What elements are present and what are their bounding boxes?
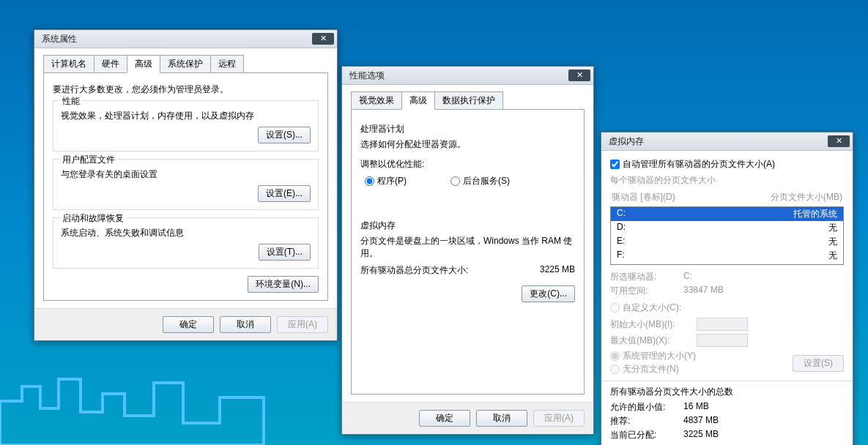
selected-drive-value: C: xyxy=(683,271,692,283)
min-allowed-value: 16 MB xyxy=(683,401,709,414)
user-profiles-desc: 与您登录有关的桌面设置 xyxy=(61,168,311,181)
perfopts-tabs: 视觉效果 高级 数据执行保护 xyxy=(351,91,585,109)
drive-value: 无 xyxy=(828,222,837,234)
tab-visual-effects[interactable]: 视觉效果 xyxy=(351,91,402,110)
drive-letter: E: xyxy=(617,236,625,248)
vm-total-label: 所有驱动器总分页文件大小: xyxy=(360,264,468,277)
startup-settings-button[interactable]: 设置(T)... xyxy=(259,244,311,261)
avail-space-value: 33847 MB xyxy=(683,285,724,297)
tab-system-protection[interactable]: 系统保护 xyxy=(160,55,211,73)
set-button[interactable]: 设置(S) xyxy=(793,355,844,372)
performance-legend: 性能 xyxy=(59,95,83,108)
sysprops-apply-button[interactable]: 应用(A) xyxy=(277,316,328,333)
perfopts-apply-button[interactable]: 应用(A) xyxy=(533,410,585,427)
vmem-titlebar[interactable]: 虚拟内存 ✕ xyxy=(601,132,853,151)
tab-perf-advanced[interactable]: 高级 xyxy=(401,91,435,110)
sysprops-titlebar[interactable]: 系统属性 ✕ xyxy=(34,30,337,48)
sysprops-tabpane: 要进行大多数更改，您必须作为管理员登录。 性能 视觉效果，处理器计划，内存使用，… xyxy=(43,72,328,301)
drive-col-size: 分页文件大小(MB) xyxy=(771,191,842,203)
drive-row[interactable]: E: 无 xyxy=(611,235,843,249)
performance-group: 性能 视觉效果，处理器计划，内存使用，以及虚拟内存 设置(S)... xyxy=(53,100,319,152)
radio-background-label: 后台服务(S) xyxy=(463,175,510,187)
recommended-value: 4837 MB xyxy=(683,415,719,427)
sysprops-title: 系统属性 xyxy=(42,33,77,45)
radio-system-managed-label: 系统管理的大小(Y) xyxy=(623,350,696,362)
perfopts-ok-button[interactable]: 确定 xyxy=(419,410,470,427)
sysprops-button-bar: 确定 取消 应用(A) xyxy=(34,308,337,340)
drive-letter: D: xyxy=(617,222,626,234)
per-drive-label: 每个驱动器的分页文件大小 xyxy=(610,174,844,187)
min-allowed-label: 允许的最小值: xyxy=(610,401,683,414)
current-alloc-value: 3225 MB xyxy=(683,429,719,441)
tab-hardware[interactable]: 硬件 xyxy=(94,55,127,73)
perfopts-tabpane: 处理器计划 选择如何分配处理器资源。 调整以优化性能: 程序(P) 后台服务(S… xyxy=(351,109,585,394)
performance-options-dialog: 性能选项 ✕ 视觉效果 高级 数据执行保护 处理器计划 选择如何分配处理器资源。… xyxy=(341,66,594,435)
radio-background[interactable]: 后台服务(S) xyxy=(450,175,510,187)
system-properties-dialog: 系统属性 ✕ 计算机名 硬件 高级 系统保护 远程 要进行大多数更改，您必须作为… xyxy=(34,29,338,341)
drive-value: 无 xyxy=(828,250,837,262)
max-size-label: 最大值(MB)(X): xyxy=(610,334,691,347)
scheduler-desc: 选择如何分配处理器资源。 xyxy=(360,138,575,151)
tab-computer-name[interactable]: 计算机名 xyxy=(43,55,94,73)
startup-legend: 启动和故障恢复 xyxy=(59,212,127,225)
sysprops-ok-button[interactable]: 确定 xyxy=(163,316,214,333)
drive-value: 无 xyxy=(828,236,837,248)
env-vars-button[interactable]: 环境变量(N)... xyxy=(248,276,319,293)
auto-manage-checkbox[interactable]: 自动管理所有驱动器的分页文件大小(A) xyxy=(610,158,775,171)
close-icon[interactable]: ✕ xyxy=(828,135,850,147)
recommended-label: 推荐: xyxy=(610,415,683,427)
radio-custom-size[interactable]: 自定义大小(C): xyxy=(610,302,681,314)
radio-custom-size-label: 自定义大小(C): xyxy=(623,302,681,314)
radio-no-paging-file[interactable]: 无分页文件(N) xyxy=(610,363,679,375)
drive-row[interactable]: C: 托管的系统 xyxy=(611,207,843,221)
perfopts-button-bar: 确定 取消 应用(A) xyxy=(342,402,593,434)
virtual-memory-dialog: 虚拟内存 ✕ 自动管理所有驱动器的分页文件大小(A) 每个驱动器的分页文件大小 … xyxy=(601,132,853,445)
drive-list[interactable]: C: 托管的系统 D: 无 E: 无 F: 无 xyxy=(610,206,844,265)
perfopts-title: 性能选项 xyxy=(349,70,385,82)
scheduler-group: 处理器计划 选择如何分配处理器资源。 调整以优化性能: 程序(P) 后台服务(S… xyxy=(360,117,575,206)
user-profiles-group: 用户配置文件 与您登录有关的桌面设置 设置(E)... xyxy=(53,159,319,210)
user-profiles-legend: 用户配置文件 xyxy=(59,154,118,166)
drive-letter: C: xyxy=(617,208,626,220)
scheduler-adjust-label: 调整以优化性能: xyxy=(360,158,575,171)
performance-settings-button[interactable]: 设置(S)... xyxy=(258,127,311,143)
drive-row[interactable]: F: 无 xyxy=(611,249,843,263)
initial-size-input[interactable] xyxy=(697,318,748,331)
drive-row[interactable]: D: 无 xyxy=(611,221,843,235)
perfopts-cancel-button[interactable]: 取消 xyxy=(476,410,527,427)
vm-desc: 分页文件是硬盘上的一块区域，Windows 当作 RAM 使用。 xyxy=(360,235,575,260)
vm-change-button[interactable]: 更改(C)... xyxy=(522,285,575,302)
tab-dep[interactable]: 数据执行保护 xyxy=(434,91,503,110)
close-icon[interactable]: ✕ xyxy=(312,33,334,45)
radio-no-paging-file-label: 无分页文件(N) xyxy=(623,363,679,375)
sysprops-cancel-button[interactable]: 取消 xyxy=(220,316,271,333)
scheduler-legend: 处理器计划 xyxy=(360,123,575,135)
wallpaper-skyline xyxy=(0,357,293,445)
auto-manage-label: 自动管理所有驱动器的分页文件大小(A) xyxy=(623,158,775,171)
radio-programs[interactable]: 程序(P) xyxy=(365,175,407,187)
tab-remote[interactable]: 远程 xyxy=(210,55,244,73)
vm-legend: 虚拟内存 xyxy=(360,220,575,232)
startup-group: 启动和故障恢复 系统启动、系统失败和调试信息 设置(T)... xyxy=(53,217,319,269)
avail-space-label: 可用空间: xyxy=(610,285,683,297)
max-size-input[interactable] xyxy=(697,334,748,347)
sysprops-tabs: 计算机名 硬件 高级 系统保护 远程 xyxy=(43,54,328,72)
radio-system-managed[interactable]: 系统管理的大小(Y) xyxy=(610,350,696,362)
drive-value: 托管的系统 xyxy=(793,208,837,220)
drive-letter: F: xyxy=(617,250,625,262)
radio-programs-label: 程序(P) xyxy=(377,175,407,187)
tab-advanced[interactable]: 高级 xyxy=(127,55,160,73)
current-alloc-label: 当前已分配: xyxy=(610,429,683,441)
virtual-memory-group: 虚拟内存 分页文件是硬盘上的一块区域，Windows 当作 RAM 使用。 所有… xyxy=(360,214,575,310)
admin-notice: 要进行大多数更改，您必须作为管理员登录。 xyxy=(53,83,319,96)
close-icon[interactable]: ✕ xyxy=(568,70,590,81)
drive-col-drive: 驱动器 [卷标](D) xyxy=(612,191,675,203)
vmem-title: 虚拟内存 xyxy=(609,135,644,148)
drive-list-header: 驱动器 [卷标](D) 分页文件大小(MB) xyxy=(610,191,844,203)
vm-total-value: 3225 MB xyxy=(540,264,575,277)
selected-drive-label: 所选驱动器: xyxy=(610,271,683,283)
user-profiles-settings-button[interactable]: 设置(E)... xyxy=(258,185,311,202)
totals-legend: 所有驱动器分页文件大小的总数 xyxy=(610,386,844,398)
perfopts-titlebar[interactable]: 性能选项 ✕ xyxy=(342,67,593,85)
performance-desc: 视觉效果，处理器计划，内存使用，以及虚拟内存 xyxy=(61,110,311,122)
